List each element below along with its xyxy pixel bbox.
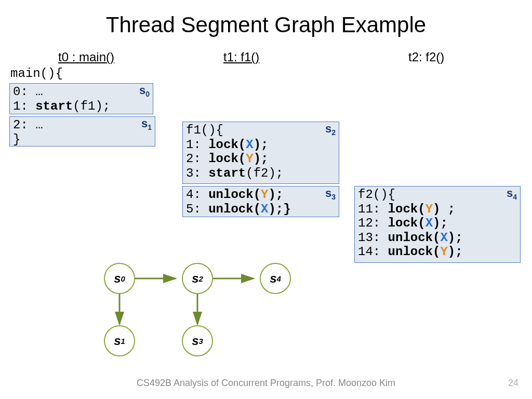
segment-s1: s1 2: … } — [9, 116, 155, 147]
code-line: 2: lock(Y); — [186, 152, 336, 166]
segment-s4: s4 f2(){ 11: lock(Y) ; 12: lock(X); 13: … — [354, 186, 521, 263]
segment-tag-s0: s0 — [139, 84, 150, 98]
col-head-t0: t0 : main() — [58, 50, 114, 64]
col-head-t2: t2: f2() — [408, 50, 444, 64]
code-line: 4: unlock(Y); — [186, 188, 336, 202]
segment-tag-s2: s2 — [325, 122, 336, 137]
code-line: } — [13, 132, 152, 147]
code-line: f1(){ — [186, 123, 336, 138]
col-head-t1: t1: f1() — [223, 50, 259, 64]
graph-node-s2: s2 — [182, 263, 213, 294]
code-line: 3: start(f2); — [186, 166, 336, 181]
graph-node-s1: s1 — [104, 325, 135, 356]
code-line: 0: … — [13, 85, 150, 99]
code-line: 2: … — [13, 118, 152, 132]
footer-text: CS492B Analysis of Concurrent Programs, … — [0, 378, 532, 389]
graph-node-s4: s4 — [260, 263, 291, 294]
code-line: f2(){ — [358, 188, 517, 202]
segment-tag-s1: s1 — [141, 117, 152, 131]
graph-node-s3: s3 — [182, 325, 213, 356]
thread-segment-graph: s0 s1 s2 s3 s4 — [88, 252, 348, 372]
segment-s2: s2 f1(){ 1: lock(X); 2: lock(Y); 3: star… — [182, 122, 339, 184]
code-line: 1: lock(X); — [186, 138, 336, 152]
segment-s0: s0 0: … 1: start(f1); — [9, 83, 153, 114]
graph-node-s0: s0 — [104, 263, 135, 294]
code-line: 12: lock(X); — [358, 216, 517, 231]
page-number: 24 — [508, 378, 518, 389]
segment-s3: s3 4: unlock(Y); 5: unlock(X);} — [182, 186, 339, 217]
code-line: 5: unlock(X);} — [186, 202, 336, 217]
code-line: 14: unlock(Y); — [358, 245, 517, 259]
segment-tag-s3: s3 — [325, 187, 336, 201]
main-decl: main(){ — [10, 66, 63, 81]
code-line: 13: unlock(X); — [358, 231, 517, 245]
code-line: 1: start(f1); — [13, 99, 150, 114]
page-title: Thread Segment Graph Example — [0, 0, 532, 44]
segment-tag-s4: s4 — [507, 187, 517, 201]
code-line: 11: lock(Y) ; — [358, 202, 517, 217]
